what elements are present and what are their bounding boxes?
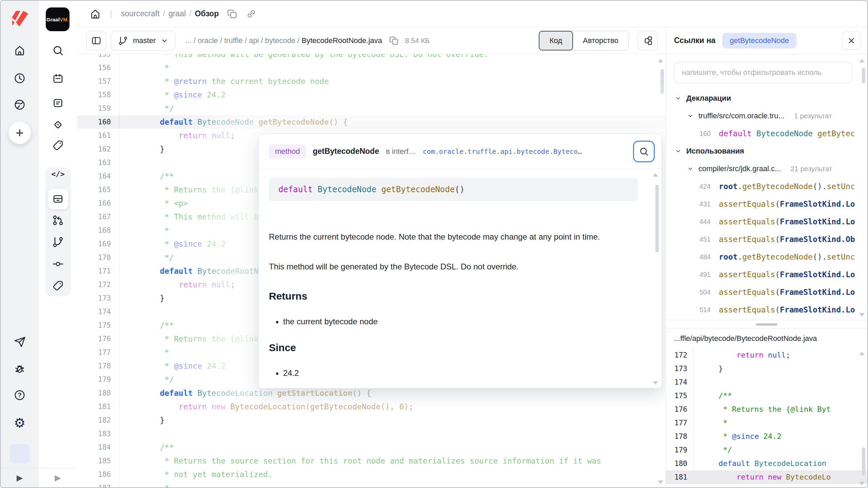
home-nav-icon[interactable] [13,44,26,57]
preview-line-number[interactable]: 173 [666,362,694,375]
popup-scroll-down[interactable] [653,381,658,385]
line-number[interactable]: 174 [77,305,119,319]
line-number[interactable]: 185 [77,454,119,468]
breadcrumb-org[interactable]: sourcecraft [121,9,160,18]
line-number[interactable]: 170 [77,251,119,264]
ref-file-row[interactable]: truffle/src/com.oracle.tru...1 результат [666,107,867,125]
toggle-file-tree-button[interactable] [86,31,106,50]
rail-collapse-button[interactable]: ▶ [1,468,39,487]
line-number[interactable]: 183 [77,427,119,441]
preview-scroll-down[interactable] [859,482,865,485]
editor-scroll-down[interactable] [658,481,663,484]
preview-line-number[interactable]: 178 [666,430,694,443]
code-line[interactable]: 157 * @return the current bytecode node [77,75,666,88]
close-panel-button[interactable] [842,32,861,50]
references-scroll-down[interactable] [859,313,865,317]
preview-line-number[interactable]: 181 [666,470,694,484]
line-number[interactable]: 177 [77,346,119,359]
preview-line-number[interactable]: 175 [666,389,694,403]
line-number[interactable]: 167 [77,210,119,224]
preview-code-line[interactable]: 172 return null; [666,348,867,362]
preview-code-line[interactable]: 179 */ [666,443,867,457]
line-number[interactable]: 159 [77,102,119,115]
line-number[interactable]: 178 [77,359,119,373]
line-number[interactable]: 176 [77,332,119,346]
line-number[interactable]: 186 [77,468,119,481]
code-line[interactable]: 156 * [77,61,666,75]
references-symbol-badge[interactable]: getBytecodeNode [722,33,796,48]
preview-code-line[interactable]: 181 return new BytecodeLo [666,470,867,484]
code-line[interactable]: 186 * not yet materialized. [77,468,666,481]
line-number[interactable]: 166 [77,197,119,210]
home-breadcrumb-icon[interactable] [90,8,101,20]
code-line[interactable]: 180 default BytecodeLocation getStartLoc… [77,386,666,400]
preview-code-line[interactable]: 180 default BytecodeLocation [666,457,867,470]
ref-group-row[interactable]: Использования [666,142,867,160]
panel-splitter[interactable] [666,320,867,329]
code-line[interactable]: 182 } [77,413,666,427]
preview-file-path[interactable]: ...ffle/api/bytecode/BytecodeRootNode.ja… [666,329,867,348]
code-tool-icon[interactable]: </> [52,167,64,180]
active-indicator-tile[interactable] [10,444,29,464]
repository-archive-icon[interactable] [52,192,64,205]
preview-code-line[interactable]: 175 /** [666,389,867,403]
line-number[interactable]: 181 [77,400,119,413]
ref-result-row[interactable]: 160default BytecodeNode getBytec [666,125,867,142]
line-number[interactable]: 155 [77,54,119,61]
line-number[interactable]: 187 [77,481,119,487]
editor-scrollbar-thumb[interactable] [660,69,664,94]
report-bug-icon[interactable] [13,362,26,375]
splitter-handle[interactable] [756,323,777,326]
code-line[interactable]: 184 /** [77,441,666,454]
ref-result-row[interactable]: 514assertEquals(FrameSlotKind.Lo [666,301,867,319]
line-number[interactable]: 182 [77,413,119,427]
preview-line-number[interactable]: 180 [666,457,694,470]
copy-breadcrumb-icon[interactable] [227,8,238,19]
ref-result-row[interactable]: 491assertEquals(FrameSlotKind.Lo [666,266,867,283]
preview-code-line[interactable]: 178 * @since 24.2 [666,430,867,443]
file-path-prefix[interactable]: ... / oracle / truffle / api / bytecode … [185,36,299,45]
line-number[interactable]: 169 [77,237,119,251]
tags-icon[interactable] [52,279,64,292]
preview-line-number[interactable]: 179 [666,443,694,457]
line-number[interactable]: 175 [77,319,119,332]
preview-code-line[interactable]: 176 * Returns the {@link Byt [666,403,867,416]
line-number[interactable]: 180 [77,386,119,400]
popup-scrollbar-thumb[interactable] [655,185,659,252]
code-line[interactable]: 159 */ [77,102,666,115]
references-scroll-up[interactable] [859,59,865,62]
commits-icon[interactable] [52,258,64,270]
branch-selector[interactable]: master [111,31,176,50]
preview-code-line[interactable]: 177 * [666,416,867,430]
code-line[interactable]: 160 default BytecodeNode getBytecodeNode… [77,115,666,129]
search-icon[interactable] [52,44,64,57]
line-number[interactable]: 163 [77,156,119,169]
preview-line-number[interactable]: 172 [666,348,694,362]
file-path[interactable]: ... / oracle / truffle / api / bytecode … [185,36,382,45]
calendar-icon[interactable] [52,72,64,85]
line-number[interactable]: 172 [77,278,119,291]
preview-line-number[interactable]: 177 [666,416,694,430]
pull-request-icon[interactable] [52,214,64,227]
ref-result-row[interactable]: 424root.getBytecodeNode().setUnc [666,178,867,195]
line-number[interactable]: 164 [77,169,119,183]
line-number[interactable]: 184 [77,441,119,454]
explore-globe-icon[interactable] [13,98,26,111]
project-avatar[interactable]: GraalVM. [46,7,70,31]
find-references-button[interactable] [633,141,655,162]
projectbar-collapse-button[interactable]: ▶ [39,468,77,487]
copy-link-icon[interactable] [246,8,257,19]
preview-scroll-up[interactable] [859,352,865,355]
tab-blame[interactable]: Авторство [573,31,629,50]
ref-file-row[interactable]: compiler/src/jdk.graal.c...21 результат [666,160,867,178]
ref-result-row[interactable]: 504assertEquals(FrameSlotKind.Lo [666,283,867,301]
line-number[interactable]: 158 [77,88,119,102]
code-line[interactable]: 183 [77,427,666,441]
recent-clock-icon[interactable] [13,72,26,85]
sourcecraft-logo-icon[interactable] [11,10,29,27]
line-number[interactable]: 162 [77,142,119,156]
tag-icon[interactable] [52,139,64,152]
preview-scrollbar-thumb[interactable] [862,447,865,476]
symbols-structure-button[interactable] [638,31,657,50]
preview-code-line[interactable]: 173 } [666,362,867,375]
